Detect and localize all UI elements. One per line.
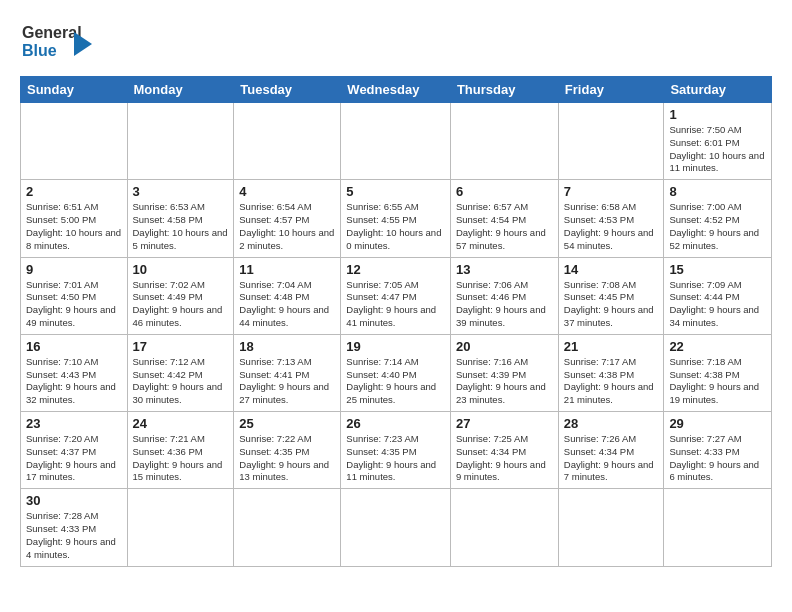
- calendar-cell: [127, 103, 234, 180]
- calendar-table: SundayMondayTuesdayWednesdayThursdayFrid…: [20, 76, 772, 567]
- day-info: Sunrise: 7:25 AM Sunset: 4:34 PM Dayligh…: [456, 433, 553, 484]
- day-number: 25: [239, 416, 335, 431]
- day-info: Sunrise: 7:18 AM Sunset: 4:38 PM Dayligh…: [669, 356, 766, 407]
- header: General Blue: [20, 16, 772, 66]
- day-number: 17: [133, 339, 229, 354]
- day-info: Sunrise: 7:06 AM Sunset: 4:46 PM Dayligh…: [456, 279, 553, 330]
- calendar-cell: 18Sunrise: 7:13 AM Sunset: 4:41 PM Dayli…: [234, 334, 341, 411]
- day-info: Sunrise: 6:51 AM Sunset: 5:00 PM Dayligh…: [26, 201, 122, 252]
- calendar-cell: [450, 489, 558, 566]
- day-info: Sunrise: 6:58 AM Sunset: 4:53 PM Dayligh…: [564, 201, 659, 252]
- day-number: 5: [346, 184, 445, 199]
- calendar-cell: 29Sunrise: 7:27 AM Sunset: 4:33 PM Dayli…: [664, 412, 772, 489]
- calendar-cell: [558, 489, 664, 566]
- calendar-week-row: 30Sunrise: 7:28 AM Sunset: 4:33 PM Dayli…: [21, 489, 772, 566]
- calendar-cell: 5Sunrise: 6:55 AM Sunset: 4:55 PM Daylig…: [341, 180, 451, 257]
- col-header-sunday: Sunday: [21, 77, 128, 103]
- col-header-tuesday: Tuesday: [234, 77, 341, 103]
- calendar-cell: 22Sunrise: 7:18 AM Sunset: 4:38 PM Dayli…: [664, 334, 772, 411]
- calendar-cell: 3Sunrise: 6:53 AM Sunset: 4:58 PM Daylig…: [127, 180, 234, 257]
- calendar-cell: [664, 489, 772, 566]
- day-number: 13: [456, 262, 553, 277]
- calendar-cell: [558, 103, 664, 180]
- day-number: 12: [346, 262, 445, 277]
- day-info: Sunrise: 7:02 AM Sunset: 4:49 PM Dayligh…: [133, 279, 229, 330]
- day-info: Sunrise: 6:54 AM Sunset: 4:57 PM Dayligh…: [239, 201, 335, 252]
- day-number: 24: [133, 416, 229, 431]
- calendar-week-row: 16Sunrise: 7:10 AM Sunset: 4:43 PM Dayli…: [21, 334, 772, 411]
- calendar-cell: [127, 489, 234, 566]
- day-number: 9: [26, 262, 122, 277]
- day-number: 21: [564, 339, 659, 354]
- day-info: Sunrise: 7:14 AM Sunset: 4:40 PM Dayligh…: [346, 356, 445, 407]
- day-info: Sunrise: 7:10 AM Sunset: 4:43 PM Dayligh…: [26, 356, 122, 407]
- day-number: 16: [26, 339, 122, 354]
- calendar-cell: 14Sunrise: 7:08 AM Sunset: 4:45 PM Dayli…: [558, 257, 664, 334]
- calendar-week-row: 1Sunrise: 7:50 AM Sunset: 6:01 PM Daylig…: [21, 103, 772, 180]
- calendar-cell: 16Sunrise: 7:10 AM Sunset: 4:43 PM Dayli…: [21, 334, 128, 411]
- calendar-cell: [234, 103, 341, 180]
- day-info: Sunrise: 7:28 AM Sunset: 4:33 PM Dayligh…: [26, 510, 122, 561]
- calendar-cell: 11Sunrise: 7:04 AM Sunset: 4:48 PM Dayli…: [234, 257, 341, 334]
- day-number: 2: [26, 184, 122, 199]
- calendar-cell: 7Sunrise: 6:58 AM Sunset: 4:53 PM Daylig…: [558, 180, 664, 257]
- day-number: 22: [669, 339, 766, 354]
- calendar-cell: 28Sunrise: 7:26 AM Sunset: 4:34 PM Dayli…: [558, 412, 664, 489]
- day-number: 19: [346, 339, 445, 354]
- calendar-cell: 15Sunrise: 7:09 AM Sunset: 4:44 PM Dayli…: [664, 257, 772, 334]
- col-header-thursday: Thursday: [450, 77, 558, 103]
- day-info: Sunrise: 7:20 AM Sunset: 4:37 PM Dayligh…: [26, 433, 122, 484]
- calendar-cell: 30Sunrise: 7:28 AM Sunset: 4:33 PM Dayli…: [21, 489, 128, 566]
- day-info: Sunrise: 7:21 AM Sunset: 4:36 PM Dayligh…: [133, 433, 229, 484]
- day-number: 28: [564, 416, 659, 431]
- day-info: Sunrise: 7:23 AM Sunset: 4:35 PM Dayligh…: [346, 433, 445, 484]
- day-number: 18: [239, 339, 335, 354]
- calendar-cell: [450, 103, 558, 180]
- calendar-cell: 6Sunrise: 6:57 AM Sunset: 4:54 PM Daylig…: [450, 180, 558, 257]
- day-info: Sunrise: 7:27 AM Sunset: 4:33 PM Dayligh…: [669, 433, 766, 484]
- day-info: Sunrise: 7:00 AM Sunset: 4:52 PM Dayligh…: [669, 201, 766, 252]
- col-header-wednesday: Wednesday: [341, 77, 451, 103]
- calendar-week-row: 23Sunrise: 7:20 AM Sunset: 4:37 PM Dayli…: [21, 412, 772, 489]
- day-info: Sunrise: 7:09 AM Sunset: 4:44 PM Dayligh…: [669, 279, 766, 330]
- page: General Blue SundayMondayTuesdayWednesda…: [0, 0, 792, 612]
- day-number: 26: [346, 416, 445, 431]
- calendar-cell: [341, 103, 451, 180]
- calendar-cell: 21Sunrise: 7:17 AM Sunset: 4:38 PM Dayli…: [558, 334, 664, 411]
- logo-svg: General Blue: [20, 16, 110, 66]
- day-number: 11: [239, 262, 335, 277]
- day-info: Sunrise: 7:17 AM Sunset: 4:38 PM Dayligh…: [564, 356, 659, 407]
- day-info: Sunrise: 6:53 AM Sunset: 4:58 PM Dayligh…: [133, 201, 229, 252]
- day-info: Sunrise: 7:13 AM Sunset: 4:41 PM Dayligh…: [239, 356, 335, 407]
- day-number: 27: [456, 416, 553, 431]
- calendar-cell: 24Sunrise: 7:21 AM Sunset: 4:36 PM Dayli…: [127, 412, 234, 489]
- day-info: Sunrise: 7:26 AM Sunset: 4:34 PM Dayligh…: [564, 433, 659, 484]
- calendar-cell: 20Sunrise: 7:16 AM Sunset: 4:39 PM Dayli…: [450, 334, 558, 411]
- calendar-cell: 25Sunrise: 7:22 AM Sunset: 4:35 PM Dayli…: [234, 412, 341, 489]
- calendar-cell: [234, 489, 341, 566]
- logo: General Blue: [20, 16, 110, 66]
- day-number: 14: [564, 262, 659, 277]
- calendar-cell: 27Sunrise: 7:25 AM Sunset: 4:34 PM Dayli…: [450, 412, 558, 489]
- day-number: 20: [456, 339, 553, 354]
- day-number: 3: [133, 184, 229, 199]
- svg-marker-2: [74, 32, 92, 56]
- day-number: 1: [669, 107, 766, 122]
- svg-text:General: General: [22, 24, 82, 41]
- day-number: 10: [133, 262, 229, 277]
- calendar-cell: 4Sunrise: 6:54 AM Sunset: 4:57 PM Daylig…: [234, 180, 341, 257]
- day-info: Sunrise: 7:16 AM Sunset: 4:39 PM Dayligh…: [456, 356, 553, 407]
- day-info: Sunrise: 7:22 AM Sunset: 4:35 PM Dayligh…: [239, 433, 335, 484]
- day-info: Sunrise: 7:04 AM Sunset: 4:48 PM Dayligh…: [239, 279, 335, 330]
- day-number: 23: [26, 416, 122, 431]
- calendar-cell: 13Sunrise: 7:06 AM Sunset: 4:46 PM Dayli…: [450, 257, 558, 334]
- day-info: Sunrise: 6:55 AM Sunset: 4:55 PM Dayligh…: [346, 201, 445, 252]
- col-header-saturday: Saturday: [664, 77, 772, 103]
- day-number: 4: [239, 184, 335, 199]
- calendar-cell: 2Sunrise: 6:51 AM Sunset: 5:00 PM Daylig…: [21, 180, 128, 257]
- calendar-cell: 10Sunrise: 7:02 AM Sunset: 4:49 PM Dayli…: [127, 257, 234, 334]
- calendar-cell: [341, 489, 451, 566]
- calendar-cell: 19Sunrise: 7:14 AM Sunset: 4:40 PM Dayli…: [341, 334, 451, 411]
- day-info: Sunrise: 7:01 AM Sunset: 4:50 PM Dayligh…: [26, 279, 122, 330]
- day-info: Sunrise: 7:08 AM Sunset: 4:45 PM Dayligh…: [564, 279, 659, 330]
